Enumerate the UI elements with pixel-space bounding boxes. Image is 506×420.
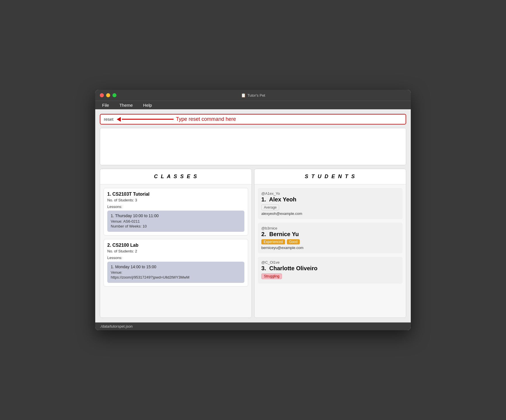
window-controls bbox=[100, 93, 116, 97]
students-panel: S T U D E N T S @A1ex_Yo 1. Alex Yeoh Av… bbox=[254, 169, 406, 318]
class-title-2: 2. CS2100 Lab bbox=[107, 243, 244, 248]
app-icon: 📋 bbox=[241, 93, 246, 98]
student-email-2: berniceyu@example.com bbox=[261, 246, 399, 250]
command-input[interactable]: reset bbox=[104, 117, 113, 122]
classes-panel: C L A S S E S 1. CS2103T Tutorial No. of… bbox=[100, 169, 252, 318]
command-bar: reset Type reset command here bbox=[100, 114, 406, 125]
student-tag-average-1: Average bbox=[261, 205, 279, 210]
lesson-time-1-1: 1. Thursday 10:00 to 11:00 bbox=[111, 213, 241, 218]
lesson-card-2-1: 1. Monday 14:00 to 15:00 Venue: https://… bbox=[107, 262, 244, 283]
app-window: 📋 Tutor's Pet File Theme Help reset Type… bbox=[95, 90, 411, 330]
class-title-1: 1. CS2103T Tutorial bbox=[107, 192, 244, 197]
menu-theme[interactable]: Theme bbox=[117, 102, 135, 108]
class-meta-1: No. of Students: 3 bbox=[107, 198, 244, 202]
student-tags-1: Average bbox=[261, 205, 399, 210]
student-name-2: 2. Bernice Yu bbox=[261, 231, 399, 238]
student-name-1: 1. Alex Yeoh bbox=[261, 196, 399, 203]
main-panels: C L A S S E S 1. CS2103T Tutorial No. of… bbox=[100, 169, 406, 318]
student-tag-struggling-3: Struggling bbox=[261, 273, 282, 279]
student-tag-experienced-2: Experienced bbox=[261, 239, 285, 244]
lessons-label-2: Lessons: bbox=[107, 256, 244, 260]
student-handle-3: @C_Ol1ve bbox=[261, 260, 399, 265]
menu-help[interactable]: Help bbox=[141, 102, 154, 108]
title-bar: 📋 Tutor's Pet bbox=[95, 90, 411, 101]
lessons-label-1: Lessons: bbox=[107, 205, 244, 209]
content-area: reset Type reset command here C L A S S … bbox=[95, 109, 411, 322]
lesson-time-2-1: 1. Monday 14:00 to 15:00 bbox=[111, 265, 241, 269]
lesson-venue-label-1-1: Venue: AS6-0211 bbox=[111, 219, 241, 223]
student-card-2: @b3rnice 2. Bernice Yu Experienced Good … bbox=[258, 223, 402, 253]
arrow-decoration bbox=[117, 117, 174, 122]
student-name-3: 3. Charlotte Oliveiro bbox=[261, 265, 399, 272]
maximize-button[interactable] bbox=[112, 93, 116, 97]
students-panel-header: S T U D E N T S bbox=[254, 169, 406, 184]
app-title: Tutor's Pet bbox=[248, 93, 265, 98]
class-card-1: 1. CS2103T Tutorial No. of Students: 3 L… bbox=[104, 188, 248, 236]
student-tags-2: Experienced Good bbox=[261, 239, 399, 244]
arrow-head-icon bbox=[117, 117, 121, 122]
command-hint-text: Type reset command here bbox=[176, 116, 236, 122]
lesson-venue-label-2-1: Venue: bbox=[111, 270, 241, 275]
students-panel-body[interactable]: @A1ex_Yo 1. Alex Yeoh Average alexyeoh@e… bbox=[254, 184, 406, 318]
classes-panel-body[interactable]: 1. CS2103T Tutorial No. of Students: 3 L… bbox=[100, 184, 252, 318]
command-arrow-area: Type reset command here bbox=[117, 116, 402, 122]
student-handle-2: @b3rnice bbox=[261, 226, 399, 230]
student-handle-1: @A1ex_Yo bbox=[261, 191, 399, 196]
status-text: ./data/tutorspet.json bbox=[100, 324, 133, 328]
student-tag-good-2: Good bbox=[287, 239, 300, 244]
menu-bar: File Theme Help bbox=[95, 101, 411, 109]
class-meta-2: No. of Students: 2 bbox=[107, 249, 244, 253]
menu-file[interactable]: File bbox=[100, 102, 111, 108]
window-title: 📋 Tutor's Pet bbox=[241, 93, 265, 98]
lesson-card-1-1: 1. Thursday 10:00 to 11:00 Venue: AS6-02… bbox=[107, 211, 244, 232]
lesson-venue-url-2-1: https://zoom/j/95317249?)pwd=Ulld2tWY3Mw… bbox=[111, 275, 241, 279]
minimize-button[interactable] bbox=[106, 93, 110, 97]
output-box bbox=[100, 128, 406, 165]
student-email-1: alexyeoh@example.com bbox=[261, 211, 399, 216]
class-card-2: 2. CS2100 Lab No. of Students: 2 Lessons… bbox=[104, 239, 248, 287]
arrow-shaft bbox=[122, 119, 174, 120]
student-card-1: @A1ex_Yo 1. Alex Yeoh Average alexyeoh@e… bbox=[258, 188, 402, 219]
lesson-weeks-1-1: Number of Weeks: 10 bbox=[111, 224, 241, 228]
close-button[interactable] bbox=[100, 93, 104, 97]
student-tags-3: Struggling bbox=[261, 273, 399, 279]
status-bar: ./data/tutorspet.json bbox=[95, 322, 411, 330]
student-card-3: @C_Ol1ve 3. Charlotte Oliveiro Strugglin… bbox=[258, 257, 402, 284]
classes-panel-header: C L A S S E S bbox=[100, 169, 252, 184]
